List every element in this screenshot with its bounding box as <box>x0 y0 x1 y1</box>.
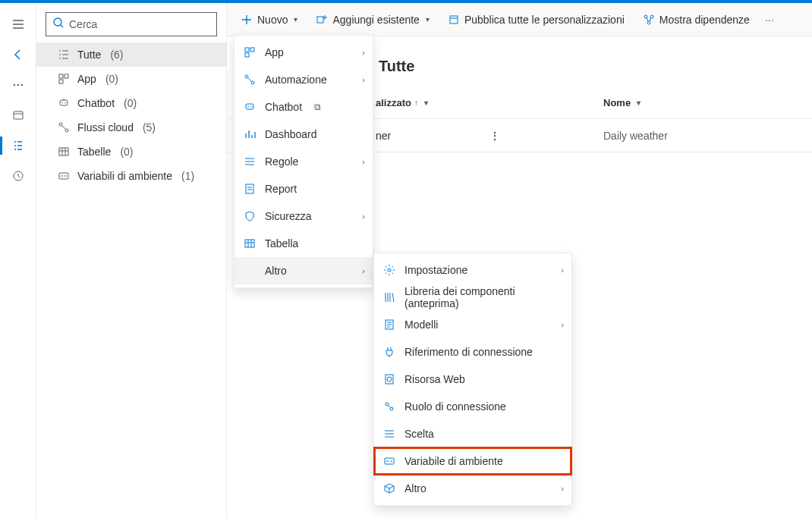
sidebar-item-flows[interactable]: Flussi cloud (5) <box>36 115 226 140</box>
svg-point-11 <box>65 102 66 104</box>
webresource-icon <box>383 373 395 385</box>
app-icon <box>58 73 70 85</box>
chevron-right-icon: › <box>362 212 365 221</box>
menu-label: Automazione <box>265 74 327 86</box>
submenu-item-connectionref[interactable]: Riferimento di connessione <box>374 338 571 366</box>
cmdbar-overflow-button[interactable]: ··· <box>760 8 779 32</box>
shield-icon <box>244 210 256 222</box>
sidebar-item-tutte[interactable]: Tutte (6) <box>36 42 226 67</box>
publish-all-button[interactable]: Pubblica tutte le personalizzazioni <box>440 8 632 32</box>
submenu-item-componentlib[interactable]: Libreria dei componenti (anteprima) <box>374 284 571 311</box>
connectionrole-icon <box>383 400 395 413</box>
svg-rect-26 <box>246 104 253 109</box>
svg-rect-30 <box>245 240 254 247</box>
dashboard-icon <box>244 128 256 140</box>
menu-label: Regole <box>265 155 298 168</box>
menu-label: Scelta <box>404 428 434 440</box>
menu-label: App <box>265 46 284 58</box>
back-icon[interactable] <box>0 39 36 70</box>
submenu-item-settings[interactable]: Impostazione › <box>374 256 571 284</box>
add-existing-button[interactable]: Aggiungi esistente ▾ <box>308 8 436 32</box>
chevron-right-icon: › <box>561 484 564 493</box>
menu-label: Riferimento di connessione <box>404 346 533 358</box>
plug-icon <box>383 346 395 358</box>
show-dependencies-button[interactable]: Mostra dipendenze <box>635 8 757 32</box>
svg-rect-15 <box>59 173 68 179</box>
template-icon <box>383 319 395 331</box>
menu-label: Tabella <box>265 237 298 250</box>
search-box[interactable] <box>46 12 217 36</box>
svg-point-36 <box>390 407 393 410</box>
row-more-icon[interactable]: ⋮ <box>489 130 500 142</box>
new-button[interactable]: Nuovo ▾ <box>233 8 305 32</box>
menu-label: Report <box>265 183 297 195</box>
rail-overflow-icon[interactable] <box>0 70 36 100</box>
rail-objects-icon[interactable] <box>0 130 36 161</box>
sidebar-item-label: Variabili di ambiente <box>77 170 172 182</box>
sidebar-item-envvars[interactable]: Variabili di ambiente (1) <box>36 164 226 188</box>
svg-point-25 <box>251 81 254 84</box>
chevron-right-icon: › <box>561 265 564 275</box>
flow-icon <box>58 121 70 133</box>
chevron-right-icon: › <box>362 48 365 57</box>
svg-rect-23 <box>245 53 249 57</box>
chevron-down-icon: ▾ <box>294 15 297 24</box>
svg-point-2 <box>20 84 22 86</box>
library-icon <box>383 291 395 303</box>
svg-point-35 <box>386 403 389 406</box>
svg-rect-17 <box>450 16 458 24</box>
search-icon <box>52 17 65 32</box>
menu-item-app[interactable]: App › <box>234 39 373 66</box>
submenu-item-envvar[interactable]: Variabile di ambiente <box>374 447 571 475</box>
chevron-right-icon: › <box>362 157 365 166</box>
rail-app-icon[interactable] <box>0 100 36 130</box>
row-name: ner <box>376 130 391 142</box>
svg-rect-16 <box>317 17 323 23</box>
menu-item-security[interactable]: Sicurezza › <box>234 202 373 230</box>
svg-point-12 <box>59 123 62 126</box>
menu-item-other[interactable]: Altro › <box>234 257 373 284</box>
sidebar-item-tables[interactable]: Tabelle (0) <box>36 140 226 164</box>
sidebar-item-label: Tutte <box>77 49 101 61</box>
svg-point-10 <box>61 102 63 104</box>
app-icon <box>244 46 256 58</box>
svg-rect-29 <box>246 184 253 193</box>
menu-item-table[interactable]: Tabella <box>234 230 373 257</box>
sidebar-item-label: Tabelle <box>77 146 111 158</box>
menu-item-report[interactable]: Report <box>234 175 373 202</box>
sidebar-item-chatbot[interactable]: Chatbot (0) <box>36 91 226 115</box>
sidebar-item-app[interactable]: App (0) <box>36 67 226 91</box>
svg-point-34 <box>387 377 392 381</box>
cmd-label: Aggiungi esistente <box>332 14 419 26</box>
menu-item-chatbot[interactable]: Chatbot ⧉ <box>234 93 373 121</box>
sidebar-item-label: Flussi cloud <box>77 121 134 133</box>
chevron-right-icon: › <box>362 75 365 84</box>
submenu-item-webresource[interactable]: Risorsa Web <box>374 366 571 393</box>
hamburger-icon[interactable] <box>0 9 36 39</box>
submenu-item-templates[interactable]: Modelli › <box>374 311 571 338</box>
rail-history-icon[interactable] <box>0 161 36 191</box>
chevron-down-icon: ▾ <box>424 99 428 107</box>
submenu-item-other[interactable]: Altro › <box>374 475 571 502</box>
cmd-label: Nuovo <box>257 14 288 26</box>
submenu-item-connectionrole[interactable]: Ruolo di connessione <box>374 393 571 420</box>
menu-item-rules[interactable]: Regole › <box>234 148 373 175</box>
menu-label: Variabile di ambiente <box>404 455 503 467</box>
svg-rect-21 <box>245 48 249 52</box>
menu-label: Altro <box>265 265 287 277</box>
menu-item-dashboard[interactable]: Dashboard <box>234 121 373 148</box>
menu-item-automation[interactable]: Automazione › <box>234 66 373 93</box>
external-icon: ⧉ <box>314 102 321 112</box>
cmd-label: Mostra dipendenze <box>659 14 750 26</box>
svg-point-1 <box>17 84 18 86</box>
column-header-displayname[interactable]: Nome ▾ <box>527 97 640 108</box>
menu-label: Ruolo di connessione <box>404 400 506 413</box>
submenu-item-choice[interactable]: Scelta <box>374 420 571 447</box>
menu-label: Dashboard <box>265 128 317 140</box>
svg-point-5 <box>54 18 61 26</box>
left-rail <box>0 3 36 518</box>
svg-rect-6 <box>59 74 63 78</box>
package-icon <box>383 482 395 494</box>
search-input[interactable] <box>69 18 210 30</box>
svg-point-24 <box>245 75 248 78</box>
